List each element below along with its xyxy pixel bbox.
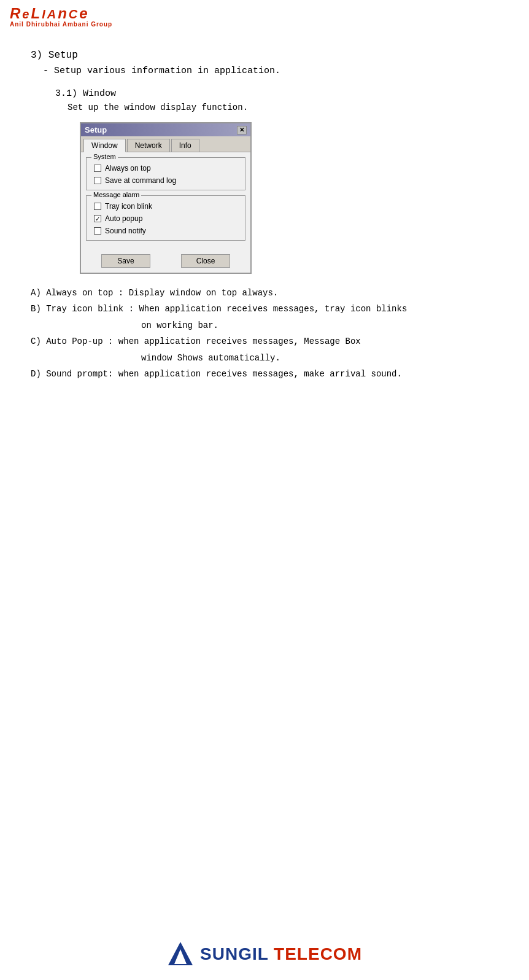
desc-d: D) Sound prompt: when application receiv… — [31, 367, 498, 381]
main-content: 3) Setup - Setup various information in … — [0, 31, 529, 402]
desc-c-cont: window Shows automatically. — [31, 351, 498, 365]
save-command-log-row: Save at command log — [94, 176, 240, 185]
auto-popup-checkbox[interactable] — [94, 215, 101, 222]
footer-logo: SUNGIL TELECOM — [167, 941, 362, 968]
dialog-title: Setup — [85, 125, 107, 134]
desc-b-cont: on working bar. — [31, 319, 498, 332]
reliance-logo-text: ReLIAnCe — [10, 5, 519, 22]
save-command-log-label: Save at command log — [105, 176, 176, 185]
dialog-close-button[interactable]: ✕ — [237, 126, 247, 134]
tray-icon-blink-checkbox[interactable] — [94, 203, 101, 210]
dialog-tabs: Window Network Info — [81, 136, 250, 152]
message-alarm-group-label: Message alarm — [91, 191, 141, 198]
section-title: 3) Setup — [31, 50, 498, 61]
close-button[interactable]: Close — [181, 254, 230, 268]
desc-a: A) Always on top : Display window on top… — [31, 286, 498, 300]
tray-icon-blink-label: Tray icon blink — [105, 202, 152, 211]
tab-network[interactable]: Network — [127, 139, 170, 152]
desc-b: B) Tray icon blink : When application re… — [31, 302, 498, 316]
section-description: - Setup various information in applicati… — [43, 66, 498, 76]
desc-c: C) Auto Pop-up : when application receiv… — [31, 335, 498, 348]
header-logo: ReLIAnCe Anil Dhirubhai Ambani Group — [0, 0, 529, 31]
subsection-title: 3.1) Window — [55, 88, 498, 99]
dialog-titlebar: Setup ✕ — [81, 123, 250, 136]
dialog-buttons: Save Close — [81, 251, 250, 273]
footer-company-name: SUNGIL TELECOM — [200, 944, 362, 964]
system-group: System Always on top Save at command log — [86, 157, 245, 190]
dialog-body: System Always on top Save at command log… — [81, 152, 250, 251]
system-group-label: System — [91, 153, 118, 160]
auto-popup-row: Auto popup — [94, 214, 240, 223]
tab-info[interactable]: Info — [171, 139, 199, 152]
tab-window[interactable]: Window — [83, 139, 126, 152]
sound-notify-label: Sound notify — [105, 227, 146, 235]
subsection-description: Set up the window display function. — [68, 103, 498, 112]
sound-notify-row: Sound notify — [94, 227, 240, 235]
always-on-top-label: Always on top — [105, 164, 151, 173]
tray-icon-blink-row: Tray icon blink — [94, 202, 240, 211]
save-button[interactable]: Save — [101, 254, 150, 268]
save-command-log-checkbox[interactable] — [94, 177, 101, 184]
footer: SUNGIL TELECOM — [0, 941, 529, 968]
setup-dialog-container: Setup ✕ Window Network Info System Alway… — [80, 122, 498, 274]
always-on-top-row: Always on top — [94, 164, 240, 173]
setup-dialog: Setup ✕ Window Network Info System Alway… — [80, 122, 252, 274]
footer-triangle-icon — [167, 941, 194, 968]
always-on-top-checkbox[interactable] — [94, 165, 101, 172]
sound-notify-checkbox[interactable] — [94, 227, 101, 235]
adag-subtitle: Anil Dhirubhai Ambani Group — [10, 21, 519, 28]
auto-popup-label: Auto popup — [105, 214, 142, 223]
message-alarm-group: Message alarm Tray icon blink Auto popup… — [86, 195, 245, 241]
